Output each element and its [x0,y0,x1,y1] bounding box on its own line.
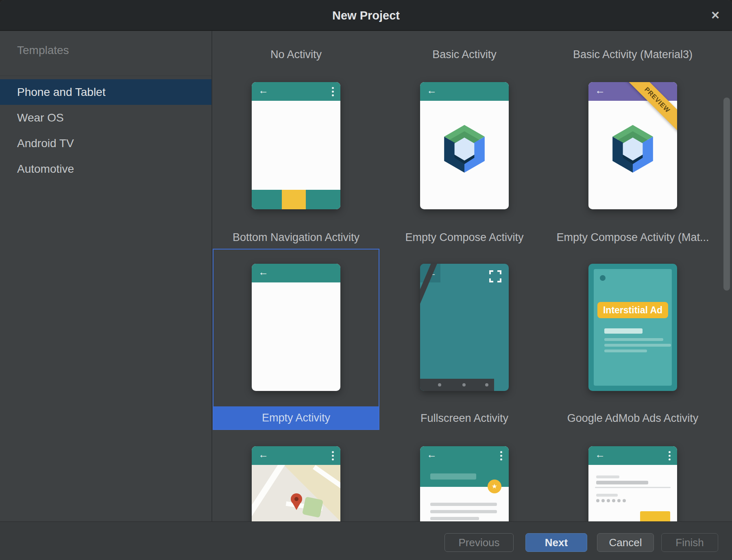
template-thumb-google-admob-ads-activity[interactable]: Interstitial Ad [588,264,677,391]
sidebar-item-wear-os[interactable]: Wear OS [0,105,211,130]
bottom-nav-bar [252,190,340,209]
back-arrow-icon: ← [595,85,605,96]
sidebar-header: Templates [17,44,69,57]
template-thumb-fullscreen-activity[interactable]: ← [420,264,509,391]
template-label-bottom-navigation-activity[interactable]: Bottom Navigation Activity [212,230,380,245]
template-thumb-scrolling-activity[interactable]: ← ★ [420,446,509,521]
thumb-appbar: ← [252,264,340,282]
next-button[interactable]: Next [525,533,587,552]
template-label-basic-activity[interactable]: Basic Activity [380,47,549,62]
previous-button[interactable]: Previous [444,533,514,552]
template-label-no-activity[interactable]: No Activity [212,47,380,62]
close-icon[interactable]: ✕ [706,0,725,31]
template-thumb-bottom-navigation-activity[interactable]: ← [252,82,340,209]
kebab-menu-icon [500,451,502,462]
star-fab-icon: ★ [488,480,501,493]
template-category-sidebar: Templates Phone and Tablet Wear OS Andro… [0,31,211,521]
admob-dot [600,275,606,281]
password-dots [596,499,626,502]
selected-template-label[interactable]: Empty Activity [214,406,379,429]
template-thumb-empty-compose-activity-material3[interactable]: ← PREVIEW [588,82,677,209]
back-arrow-icon: ← [427,449,437,460]
gallery-scrollbar[interactable] [723,98,730,291]
template-thumb-login-activity[interactable]: ← [588,446,677,521]
fullscreen-expand-icon [489,270,501,282]
template-thumb-empty-compose-activity[interactable]: ← [420,82,509,209]
thumb-appbar: ← [588,446,677,465]
new-project-dialog: New Project ✕ Templates Phone and Tablet… [0,0,732,560]
map-pin-icon [291,493,302,505]
template-label-google-admob-ads-activity[interactable]: Google AdMob Ads Activity [549,411,717,425]
sidebar-item-automotive[interactable]: Automotive [0,156,211,182]
sidebar-item-android-tv[interactable]: Android TV [0,130,211,156]
diagonal-stripe [420,264,439,391]
kebab-menu-icon [332,451,334,462]
template-label-fullscreen-activity[interactable]: Fullscreen Activity [380,411,549,425]
finish-button[interactable]: Finish [661,533,718,552]
back-arrow-icon: ← [595,449,605,460]
cancel-button[interactable]: Cancel [597,533,654,552]
template-thumb-google-maps-activity[interactable]: ← [252,446,340,521]
map-preview [252,465,340,521]
kebab-menu-icon [332,87,334,98]
back-arrow-icon: ← [258,85,268,96]
kebab-menu-icon [669,451,671,462]
jetpack-compose-logo [610,124,656,176]
back-arrow-icon: ← [427,85,437,96]
template-label-basic-activity-material3[interactable]: Basic Activity (Material3) [549,47,717,62]
thumb-appbar: ← [252,82,340,101]
jetpack-compose-logo [442,124,487,176]
back-arrow-icon: ← [258,449,268,460]
sidebar-item-phone-and-tablet[interactable]: Phone and Tablet [0,79,211,105]
template-thumb-empty-activity[interactable]: ← [252,264,340,391]
template-label-empty-compose-activity-material3[interactable]: Empty Compose Activity (Mat... [549,230,717,245]
template-label-empty-compose-activity[interactable]: Empty Compose Activity [380,230,549,245]
title-bar: New Project ✕ [0,0,732,31]
thumb-appbar: ← [252,446,340,465]
sidebar-separator [0,76,211,76]
admob-screen: Interstitial Ad [594,269,672,386]
back-arrow-icon: ← [258,266,268,278]
dialog-footer: Previous Next Cancel Finish [0,521,732,560]
thumb-appbar: ← [420,82,509,101]
interstitial-ad-badge: Interstitial Ad [597,302,668,318]
template-gallery: No Activity Basic Activity Basic Activit… [212,31,717,521]
yellow-button-placeholder [640,511,670,521]
dialog-title: New Project [0,0,732,31]
nav-buttons-bar [420,379,494,391]
